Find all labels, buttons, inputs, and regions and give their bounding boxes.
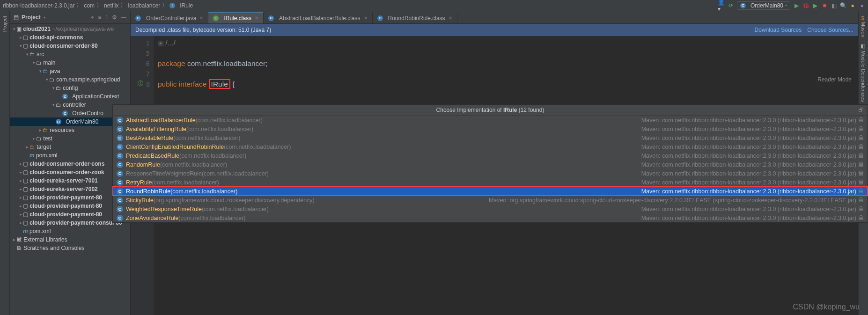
implementation-item-abstractloadbalancerrule[interactable]: CAbstractLoadBalancerRule (com.netflix.l… xyxy=(113,116,868,125)
tree-row-src[interactable]: ▾🗀 src xyxy=(10,50,130,59)
run-config-label: OrderMain80 xyxy=(750,2,783,9)
implementation-item-availabilityfilteringrule[interactable]: CAvailabilityFilteringRule (com.netflix.… xyxy=(113,125,868,133)
interface-name-highlighted[interactable]: IRule xyxy=(209,79,230,89)
tool-window-project-tab[interactable]: Project xyxy=(2,13,7,35)
implementation-item-retryrule[interactable]: CRetryRule (com.netflix.loadbalancer)Mav… xyxy=(113,178,868,187)
implementation-item-stickyrule[interactable]: CStickyRule (org.springframework.cloud.z… xyxy=(113,196,868,205)
line-number[interactable]: 7 xyxy=(131,69,154,79)
crumb-irule[interactable]: IRule xyxy=(180,2,193,9)
impl-package: (com.netflix.loadbalancer) xyxy=(173,135,240,141)
reader-mode-label[interactable]: Reader Mode xyxy=(817,76,852,83)
code-keyword: public xyxy=(158,80,179,88)
implementation-item-roundrobinrule[interactable]: CRoundRobinRule (com.netflix.loadbalance… xyxy=(113,187,868,196)
impl-source-jar: Maven: com.netflix.ribbon:ribbon-loadbal… xyxy=(641,188,856,195)
impl-class-name: BestAvailableRule xyxy=(126,135,173,141)
ide-badge-icon[interactable]: ● xyxy=(849,2,856,9)
code-package: com.netflix.loadbalancer xyxy=(187,59,265,67)
debug-icon[interactable]: 🐞 xyxy=(802,2,809,9)
tree-row-java[interactable]: ▾🗀 java xyxy=(10,67,130,75)
expand-all-icon[interactable]: ≡ xyxy=(98,14,101,21)
implementation-item-bestavailablerule[interactable]: CBestAvailableRule (com.netflix.loadbala… xyxy=(113,133,868,142)
tool-window-deps-tab[interactable]: ◧ Module Dependencies xyxy=(861,40,867,105)
implementation-item-randomrule[interactable]: CRandomRule (com.netflix.loadbalancer)Ma… xyxy=(113,160,868,169)
decompiled-banner: Decompiled .class file, bytecode version… xyxy=(131,24,858,36)
crumb-netflix[interactable]: netflix xyxy=(104,2,118,9)
line-number[interactable]: 5 xyxy=(131,48,154,59)
implementations-gutter-icon[interactable]: I xyxy=(138,81,143,86)
chevron-down-icon[interactable]: ▾ xyxy=(44,15,45,20)
impl-source-jar: Maven: com.netflix.ribbon:ribbon-loadbal… xyxy=(641,170,856,177)
chevron-down-icon: ▾ xyxy=(785,3,787,7)
close-tab-icon[interactable]: ✕ xyxy=(449,15,452,21)
tree-row-pom2[interactable]: m pom.xml xyxy=(10,227,130,235)
select-opened-file-icon[interactable]: ⌖ xyxy=(91,14,94,21)
line-number[interactable]: 8I xyxy=(131,79,154,89)
close-tab-icon[interactable]: ✕ xyxy=(199,15,203,21)
profile-icon[interactable]: ◧ xyxy=(831,2,837,9)
class-icon: C xyxy=(117,117,123,124)
impl-class-name: WeightedResponseTimeRule xyxy=(126,206,202,212)
tree-row-pkg[interactable]: ▾🗀 com.example.springcloud xyxy=(10,75,130,84)
line-number[interactable]: 1 xyxy=(131,38,154,48)
class-icon: C xyxy=(56,119,61,125)
run-config-selector[interactable]: C OrderMain80 ▾ xyxy=(737,1,790,10)
tree-row-appctx[interactable]: C ApplicationContext xyxy=(10,92,130,101)
crumb-jar[interactable]: ribbon-loadbalancer-2.3.0.jar xyxy=(3,2,74,9)
implementation-item-predicatebasedrule[interactable]: CPredicateBasedRule (com.netflix.loadbal… xyxy=(113,151,868,160)
class-icon: C xyxy=(117,170,123,177)
ide-badge2-icon[interactable]: ● xyxy=(859,2,865,9)
hide-icon[interactable]: — xyxy=(121,14,126,21)
scratch-icon: 🗎 xyxy=(16,245,22,251)
impl-source-jar: Maven: org.springframework.cloud:spring-… xyxy=(489,197,856,204)
module-icon: ▢ xyxy=(23,220,28,226)
crumb-com[interactable]: com xyxy=(84,2,95,9)
crumb-loadbalancer[interactable]: loadbalancer xyxy=(128,2,160,9)
collapse-all-icon[interactable]: ÷ xyxy=(105,14,108,21)
top-bar: ribbon-loadbalancer-2.3.0.jar〉 com〉 netf… xyxy=(0,0,868,11)
close-tab-icon[interactable]: ✕ xyxy=(255,15,258,21)
gear-icon[interactable]: ⚙ xyxy=(112,14,117,21)
tool-window-maven-tab[interactable]: m Maven xyxy=(861,13,866,40)
tree-row-api-commons[interactable]: ▸▢ cloud-api-commons xyxy=(10,33,130,42)
tab-abstractlbrule[interactable]: CAbstractLoadBalancerRule.class✕ xyxy=(264,12,372,23)
right-toolbar: 👤▾ ⟳ C OrderMain80 ▾ ▶ 🐞 ▶̣ ■ ◧ 🔍 ● ● xyxy=(718,1,865,10)
run-icon[interactable]: ▶ xyxy=(793,2,800,9)
project-root-icon: ▣ xyxy=(16,26,22,32)
implementation-list[interactable]: CAbstractLoadBalancerRule (com.netflix.l… xyxy=(113,116,868,222)
close-tab-icon[interactable]: ✕ xyxy=(364,15,368,21)
class-icon: C xyxy=(117,215,123,221)
module-icon: ▢ xyxy=(23,169,28,176)
tree-row-config[interactable]: ▾🗀 config xyxy=(10,84,130,92)
tree-row-consumer80[interactable]: ▾▢ cloud-consumer-order-80 xyxy=(10,42,130,50)
project-scope-icon[interactable]: ▤ xyxy=(14,14,19,21)
library-icon: 🏛 xyxy=(858,153,864,159)
module-icon: ▢ xyxy=(23,161,28,167)
tab-irule[interactable]: IIRule.class✕ xyxy=(208,12,264,23)
implementation-item-clientconfigenabledroundrobinrule[interactable]: CClientConfigEnabledRoundRobinRule (com.… xyxy=(113,142,868,151)
tree-row-cloud2021[interactable]: ▾▣ cloud2021 ~/wxp/learn/java/java-we xyxy=(10,25,130,33)
impl-source-jar: Maven: com.netflix.ribbon:ribbon-loadbal… xyxy=(641,153,856,159)
module-icon: ▢ xyxy=(23,194,28,201)
choose-sources-link[interactable]: Choose Sources... xyxy=(807,27,853,33)
sync-icon[interactable]: ⟳ xyxy=(728,2,734,9)
tab-ordercontroller[interactable]: COrderController.java✕ xyxy=(131,12,208,23)
class-icon: C xyxy=(117,126,123,132)
coverage-icon[interactable]: ▶̣ xyxy=(812,2,818,9)
download-sources-link[interactable]: Download Sources xyxy=(755,27,802,33)
implementation-item-zoneavoidancerule[interactable]: CZoneAvoidanceRule (com.netflix.loadbala… xyxy=(113,213,868,222)
class-icon: C xyxy=(117,179,123,186)
fold-toggle-icon[interactable]: + xyxy=(158,41,163,46)
user-icon[interactable]: 👤▾ xyxy=(718,2,725,9)
impl-source-jar: Maven: com.netflix.ribbon:ribbon-loadbal… xyxy=(641,215,856,221)
line-number[interactable]: 6 xyxy=(131,59,154,69)
implementation-item-responsetimeweightedrule[interactable]: CResponseTimeWeightedRule (com.netflix.l… xyxy=(113,169,868,178)
target-icon: 🗀 xyxy=(29,144,35,150)
popup-settings-icon[interactable]: 🗗 xyxy=(858,107,864,113)
stop-icon[interactable]: ■ xyxy=(821,2,828,9)
tree-row-main[interactable]: ▾🗀 main xyxy=(10,59,130,67)
tree-row-extlib[interactable]: ▸🏛 External Libraries xyxy=(10,235,130,244)
search-icon[interactable]: 🔍 xyxy=(840,2,846,9)
implementation-item-weightedresponsetimerule[interactable]: CWeightedResponseTimeRule (com.netflix.l… xyxy=(113,205,868,213)
tab-roundrobinrule[interactable]: CRoundRobinRule.class✕ xyxy=(373,12,457,23)
tree-row-scratch[interactable]: 🗎 Scratches and Consoles xyxy=(10,244,130,252)
